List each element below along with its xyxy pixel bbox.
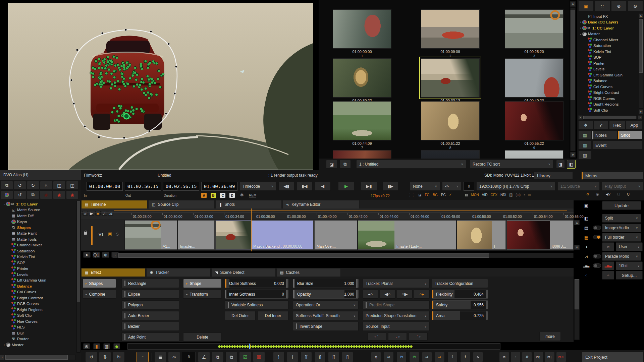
timeline-scroll-up[interactable]: ∧ bbox=[574, 220, 580, 225]
sidebar-layer-item[interactable]: ▦Blur bbox=[3, 330, 74, 336]
predict-shape-button[interactable]: Predict Shape bbox=[363, 300, 430, 309]
trim-out-icon[interactable]: }] bbox=[314, 352, 326, 362]
film-icon[interactable]: ⊛ bbox=[83, 343, 90, 349]
sidebar-layer-item[interactable]: Printer bbox=[3, 266, 74, 272]
sidebar-layer-item[interactable]: ⧉Shapes bbox=[3, 225, 74, 231]
search-icon[interactable]: Q bbox=[627, 192, 630, 196]
duplicate-icon[interactable]: ⧉ bbox=[27, 190, 39, 199]
current-timecode-field[interactable]: 01:00:36:09 bbox=[201, 182, 237, 191]
sidebar-layer-item[interactable]: Lift Gamma Gain bbox=[3, 278, 74, 284]
audio-conform-icon[interactable]: ⁝ bbox=[511, 352, 521, 362]
monitor-icon[interactable]: ◫ bbox=[66, 181, 78, 190]
aspect-icon[interactable]: ⊞ bbox=[528, 193, 531, 197]
gallery-thumbnail-partial[interactable] bbox=[505, 150, 564, 159]
invert-shape-button[interactable]: Invert Shape bbox=[293, 322, 359, 331]
source-input-select[interactable]: Source: Input∨ bbox=[363, 322, 430, 331]
sidebar-layer-item[interactable]: ◱Matte Source bbox=[3, 207, 74, 213]
striped-clip-icon[interactable]: ▥ bbox=[103, 343, 110, 349]
softness-falloff-smooth-select[interactable]: Softness Falloff: Smooth∨ bbox=[293, 311, 359, 320]
gallery-scroll-up[interactable]: ∧ bbox=[570, 1, 576, 7]
lift-icon[interactable]: ⇧ bbox=[447, 352, 458, 362]
gallery-thumbnail-partial[interactable] bbox=[421, 150, 480, 159]
grid-view-icon[interactable]: ∷ bbox=[595, 1, 610, 11]
extract-icon[interactable]: ↟ bbox=[460, 352, 470, 362]
sidebar-layer-item[interactable]: Levels bbox=[3, 272, 74, 278]
sidebar-layer-item[interactable]: SOP bbox=[3, 260, 74, 266]
sidebar-layer-item[interactable]: Kelvin Tint bbox=[3, 254, 74, 260]
sidebar-layer-item[interactable]: ΨRouter bbox=[3, 336, 74, 342]
mask-overlay-icon[interactable]: ◎ bbox=[602, 242, 614, 251]
fx-tree-scroll-down[interactable]: ∨ bbox=[639, 109, 643, 114]
approve-icon[interactable]: ☑ bbox=[239, 352, 251, 362]
parade-toggle[interactable] bbox=[593, 254, 601, 258]
play-output-select[interactable]: Play Output∨ bbox=[602, 182, 643, 191]
safety-param[interactable]: Safety0.956 bbox=[432, 300, 488, 309]
record-icon[interactable]: ◉ bbox=[53, 190, 65, 199]
fx-layer-item[interactable]: SOP bbox=[579, 55, 639, 61]
timeline-clip[interactable]: [master... bbox=[178, 220, 215, 250]
audio-meter-icon[interactable]: (ɯ) bbox=[516, 193, 521, 197]
effect-scrollbar[interactable] bbox=[574, 279, 580, 340]
delete-clip-icon[interactable]: ⧉✕ bbox=[556, 352, 566, 362]
grade-badge-a[interactable]: A bbox=[201, 193, 207, 198]
sidebar-layer-item[interactable]: ›Master bbox=[3, 342, 74, 348]
10bit-control[interactable]: 10bit∨ bbox=[616, 261, 643, 270]
del-inner-button[interactable]: Del Inner bbox=[258, 311, 288, 320]
redo-icon[interactable]: ↻ bbox=[113, 352, 125, 362]
sidebar-layer-item[interactable]: Channel Mixer bbox=[3, 242, 74, 248]
zoom-in-icon[interactable]: ⊕ bbox=[611, 1, 627, 11]
fx-layer-item[interactable]: Kelvin Tint bbox=[579, 49, 639, 55]
flexibility-param[interactable]: Flexibility0.484 bbox=[432, 290, 488, 299]
sidebar-layer-item[interactable]: Hue Curves bbox=[3, 318, 74, 324]
slip-icon[interactable]: [] bbox=[342, 352, 353, 362]
tab-source-clip[interactable]: ◫Source Clip bbox=[148, 200, 215, 208]
reject-icon[interactable]: ☒ bbox=[253, 352, 265, 362]
link-icon[interactable]: ∞ bbox=[168, 352, 180, 362]
rectangle-button[interactable]: Rectangle bbox=[121, 279, 179, 288]
event-keyboard-icon[interactable]: ▦ bbox=[578, 141, 592, 149]
timeline-hscroll-left[interactable]: ‹ bbox=[113, 253, 118, 258]
fx-layer-item[interactable]: Soft Clip bbox=[579, 107, 639, 113]
prev-frame-button[interactable]: ◀▮ bbox=[278, 182, 294, 191]
folder-add-icon[interactable]: ⧉ bbox=[339, 160, 351, 169]
mask-brackets-icon[interactable]: ⟦⟧ bbox=[509, 193, 513, 197]
grade-tool-icon[interactable]: ❖ bbox=[578, 121, 593, 129]
operation-or-select[interactable]: Operation: Or∨ bbox=[293, 300, 359, 309]
notes-button[interactable]: Notes bbox=[592, 131, 617, 139]
go-to-start-button[interactable]: ▮◀ bbox=[297, 182, 313, 191]
event-button[interactable]: Event bbox=[592, 141, 643, 149]
swap-vertical-icon[interactable]: ⇅ bbox=[99, 352, 111, 362]
playhead[interactable] bbox=[251, 208, 252, 251]
grade-badge-b[interactable]: B bbox=[211, 193, 216, 198]
fx-layer-item[interactable]: Balance bbox=[579, 78, 639, 84]
import-icon[interactable]: ⧉↓ bbox=[545, 352, 555, 362]
fx-layer-item[interactable]: Levels bbox=[579, 66, 639, 72]
tree-chevron-icon[interactable]: ⌄ bbox=[3, 202, 6, 206]
trim-in-icon[interactable]: [{ bbox=[328, 352, 339, 362]
sidebar-layer-item[interactable]: Balance bbox=[3, 283, 74, 289]
fx-h-scrollbar[interactable] bbox=[583, 115, 637, 120]
tree-chevron-icon[interactable]: › bbox=[579, 26, 582, 30]
image-audio-toggle[interactable] bbox=[593, 226, 601, 230]
wrench-icon[interactable]: ⚙ bbox=[586, 192, 589, 196]
border-icon[interactable]: ▦ bbox=[582, 234, 590, 241]
monitor-lock-icon[interactable]: ◫ bbox=[53, 181, 65, 190]
split-control[interactable]: Split∨ bbox=[602, 214, 641, 223]
sort-select[interactable]: Record TC sort∨ bbox=[470, 160, 553, 169]
track-fwd-icon[interactable]: ○▸ bbox=[414, 290, 430, 299]
format-select[interactable]: 1920x1080p (H) 1.778 Crop∨ bbox=[476, 182, 555, 191]
paste-grade-icon[interactable]: ⧉ bbox=[212, 352, 224, 362]
tree-chevron-icon[interactable]: › bbox=[579, 20, 582, 24]
mon-label[interactable]: MON bbox=[471, 193, 479, 197]
full-border-control[interactable]: Full border∨ bbox=[602, 233, 641, 242]
paste-all-icon[interactable]: ⧉ bbox=[225, 352, 237, 362]
levels-icon[interactable]: ≣ bbox=[154, 352, 166, 362]
step-rev-icon[interactable]: ◀○ bbox=[380, 290, 395, 299]
fx-layer-item[interactable]: Lift Gamma Gain bbox=[579, 72, 639, 78]
compare-icon[interactable]: ◑ bbox=[582, 243, 590, 250]
gallery-thumbnail[interactable] bbox=[505, 9, 564, 49]
gallery-thumbnail[interactable] bbox=[421, 58, 480, 98]
gallery-thumbnail[interactable] bbox=[333, 101, 391, 140]
setup--control[interactable]: Setup... bbox=[616, 271, 643, 280]
keyframe-diamonds[interactable]: ◆◆◆◆◆◆◆◆◆◆◆◆◆◆◆◆◆◆◆◆◆◆◆◆◆◆◆◆◆◆◆◆◆◆◆◆◆◆◆◆… bbox=[218, 344, 412, 349]
